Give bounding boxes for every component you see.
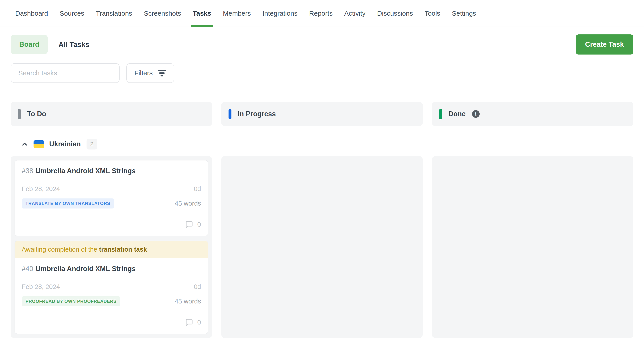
nav-item-tasks[interactable]: Tasks	[193, 9, 211, 26]
filter-icon	[158, 70, 166, 76]
collapse-group-button[interactable]	[20, 140, 28, 148]
translation-task-link[interactable]: translation task	[99, 246, 147, 253]
workflow-label: TRANSLATE BY OWN TRANSLATORS	[22, 198, 114, 209]
column-header-done: Done i	[432, 102, 633, 126]
task-due: 0d	[194, 185, 201, 193]
column-title: Done	[448, 110, 466, 118]
nav-item-sources[interactable]: Sources	[60, 9, 84, 26]
nav-item-discussions[interactable]: Discussions	[377, 9, 413, 26]
chevron-up-icon	[21, 140, 28, 148]
toolbar-divider	[11, 92, 633, 92]
task-card[interactable]: #38Umbrella Android XML Strings Feb 28, …	[14, 160, 208, 236]
view-toggle-all-tasks[interactable]: All Tasks	[58, 40, 90, 49]
lane-todo: #38Umbrella Android XML Strings Feb 28, …	[11, 156, 212, 338]
board-column-headers: To Do In Progress Done i	[11, 102, 633, 126]
task-due: 0d	[194, 283, 201, 291]
task-id: #38	[22, 167, 33, 175]
nav-item-translations[interactable]: Translations	[96, 9, 132, 26]
column-title: In Progress	[238, 110, 276, 118]
language-group-label: Ukrainian	[49, 140, 81, 148]
filters-button[interactable]: Filters	[126, 63, 174, 83]
column-header-todo: To Do	[11, 102, 212, 126]
task-word-count: 45 words	[175, 200, 201, 207]
task-date: Feb 28, 2024	[22, 283, 60, 291]
nav-item-reports[interactable]: Reports	[309, 9, 333, 26]
create-task-button[interactable]: Create Task	[576, 34, 633, 54]
nav-item-members[interactable]: Members	[223, 9, 251, 26]
task-title: #40Umbrella Android XML Strings	[22, 265, 201, 273]
column-title: To Do	[27, 110, 46, 118]
nav-item-settings[interactable]: Settings	[452, 9, 476, 26]
lane-done	[432, 156, 633, 338]
project-nav: Dashboard Sources Translations Screensho…	[0, 0, 644, 27]
done-marker	[439, 109, 442, 119]
in-progress-marker	[228, 109, 232, 119]
view-toggle-board[interactable]: Board	[11, 35, 48, 54]
task-name: Umbrella Android XML Strings	[36, 265, 136, 273]
nav-item-tools[interactable]: Tools	[425, 9, 440, 26]
lane-in-progress	[222, 156, 422, 338]
task-title: #38Umbrella Android XML Strings	[22, 167, 201, 175]
comment-count: 0	[197, 319, 201, 326]
nav-item-integrations[interactable]: Integrations	[262, 9, 298, 26]
awaiting-banner: Awaiting completion of the translation t…	[15, 241, 208, 258]
comment-bubble-icon	[184, 318, 194, 327]
awaiting-banner-text: Awaiting completion of the	[22, 246, 97, 253]
board-lanes: #38Umbrella Android XML Strings Feb 28, …	[11, 156, 633, 338]
filters-button-label: Filters	[134, 69, 153, 77]
task-date: Feb 28, 2024	[22, 185, 60, 193]
filter-bar: Filters	[11, 63, 633, 83]
ukraine-flag-icon	[34, 140, 44, 148]
info-icon[interactable]: i	[472, 110, 480, 118]
comment-bubble-icon	[184, 220, 194, 229]
nav-item-activity[interactable]: Activity	[344, 9, 366, 26]
column-header-in-progress: In Progress	[222, 102, 422, 126]
nav-item-screenshots[interactable]: Screenshots	[144, 9, 181, 26]
task-name: Umbrella Android XML Strings	[36, 167, 136, 175]
todo-marker	[18, 109, 21, 119]
language-group-count-badge: 2	[86, 139, 97, 149]
comment-count: 0	[197, 221, 201, 228]
task-word-count: 45 words	[175, 298, 201, 305]
task-card[interactable]: Awaiting completion of the translation t…	[14, 241, 208, 334]
workflow-label: PROOFREAD BY OWN PROOFREADERS	[22, 296, 120, 306]
nav-item-dashboard[interactable]: Dashboard	[15, 9, 48, 26]
language-group-header: Ukrainian 2	[11, 139, 633, 149]
tasks-toolbar: Board All Tasks Create Task	[11, 34, 633, 55]
task-id: #40	[22, 265, 33, 273]
search-input[interactable]	[11, 63, 120, 83]
